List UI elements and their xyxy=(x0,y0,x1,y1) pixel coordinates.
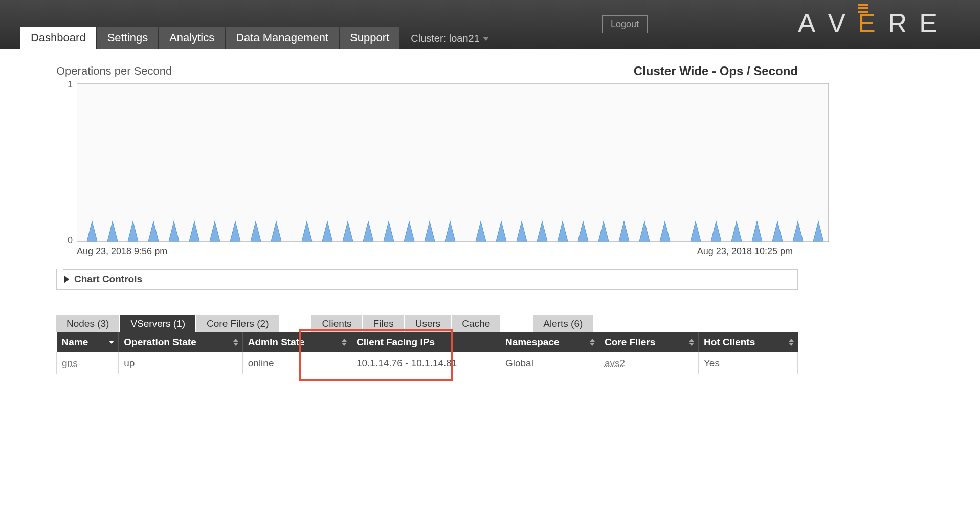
chevron-down-icon xyxy=(483,37,489,41)
chart-controls[interactable]: Chart Controls xyxy=(56,269,798,290)
subtab-nodes[interactable]: Nodes (3) xyxy=(56,315,119,332)
chart-header: Operations per Second Cluster Wide - Ops… xyxy=(56,64,798,78)
chart-x-labels: Aug 23, 2018 9:56 pm Aug 23, 2018 10:25 … xyxy=(77,246,798,257)
subtab-core-filers[interactable]: Core Filers (2) xyxy=(196,315,279,332)
sort-icon xyxy=(689,339,694,346)
svg-rect-0 xyxy=(77,83,829,242)
cell-admin-state: online xyxy=(242,352,351,374)
cell-hot-clients: Yes xyxy=(698,352,797,374)
expand-right-icon xyxy=(64,275,69,283)
col-client-ips[interactable]: Client Facing IPs xyxy=(351,332,500,352)
sort-icon xyxy=(789,339,794,346)
chart-title-left: Operations per Second xyxy=(56,64,172,78)
chart-x-end: Aug 23, 2018 10:25 pm xyxy=(697,246,793,257)
logout-button[interactable]: Logout xyxy=(602,15,648,33)
cell-namespace: Global xyxy=(500,352,599,374)
chart-x-start: Aug 23, 2018 9:56 pm xyxy=(77,246,167,257)
tab-settings[interactable]: Settings xyxy=(97,27,159,49)
brand-letter: E xyxy=(919,8,949,38)
vserver-link[interactable]: gns xyxy=(62,358,78,368)
cluster-selector[interactable]: Cluster: loan21 xyxy=(400,29,499,49)
chart-y-min: 0 xyxy=(68,235,73,246)
cell-client-ips: 10.1.14.76 - 10.1.14.81 xyxy=(351,352,500,374)
nav-tabs: Dashboard Settings Analytics Data Manage… xyxy=(20,27,499,49)
sort-icon xyxy=(233,339,238,346)
col-admin-state[interactable]: Admin State xyxy=(242,332,351,352)
col-name[interactable]: Name xyxy=(57,332,119,352)
brand-letter: R xyxy=(888,8,920,38)
chart-area: 1 0 xyxy=(77,83,798,242)
sort-icon xyxy=(590,339,595,346)
subtab-clients[interactable]: Clients xyxy=(311,315,362,332)
spacer xyxy=(501,315,532,332)
col-hot-clients[interactable]: Hot Clients xyxy=(698,332,797,352)
tab-analytics[interactable]: Analytics xyxy=(159,27,225,49)
col-core-filers[interactable]: Core Filers xyxy=(599,332,698,352)
subtab-alerts[interactable]: Alerts (6) xyxy=(533,315,593,332)
col-op-state[interactable]: Operation State xyxy=(119,332,243,352)
cell-core-filers: avs2 xyxy=(599,352,698,374)
vservers-table-wrap: Name Operation State Admin State Client … xyxy=(56,332,798,374)
tab-support[interactable]: Support xyxy=(340,27,399,49)
cell-op-state: up xyxy=(119,352,243,374)
vservers-table: Name Operation State Admin State Client … xyxy=(56,332,798,374)
subtab-vservers[interactable]: VServers (1) xyxy=(120,315,195,332)
top-bar: Logout A V E R E Dashboard Settings Anal… xyxy=(0,0,980,49)
sort-icon xyxy=(109,341,114,344)
subtab-users[interactable]: Users xyxy=(405,315,451,332)
table-row: gns up online 10.1.14.76 - 10.1.14.81 Gl… xyxy=(57,352,798,374)
core-filer-link[interactable]: avs2 xyxy=(605,358,625,368)
cell-name: gns xyxy=(57,352,119,374)
table-header-row: Name Operation State Admin State Client … xyxy=(57,332,798,352)
brand-letter-e: E xyxy=(858,8,888,38)
cluster-label: Cluster: loan21 xyxy=(411,33,480,45)
sub-tabs: Nodes (3) VServers (1) Core Filers (2) C… xyxy=(56,315,798,332)
chart-controls-label: Chart Controls xyxy=(74,274,142,285)
spacer xyxy=(280,315,310,332)
chart-title-right: Cluster Wide - Ops / Second xyxy=(634,64,798,78)
tab-data-management[interactable]: Data Management xyxy=(226,27,339,49)
brand-letter: V xyxy=(828,8,858,38)
subtab-cache[interactable]: Cache xyxy=(452,315,500,332)
chart-y-max: 1 xyxy=(68,79,73,90)
subtab-files[interactable]: Files xyxy=(363,315,404,332)
brand-logo: A V E R E xyxy=(798,8,949,38)
content: Operations per Second Cluster Wide - Ops… xyxy=(0,49,844,390)
sort-icon xyxy=(342,339,347,346)
col-namespace[interactable]: Namespace xyxy=(500,332,599,352)
brand-accent-icon xyxy=(858,4,868,13)
tab-dashboard[interactable]: Dashboard xyxy=(20,27,96,49)
brand-letter: A xyxy=(798,8,828,38)
ops-chart xyxy=(77,83,829,242)
